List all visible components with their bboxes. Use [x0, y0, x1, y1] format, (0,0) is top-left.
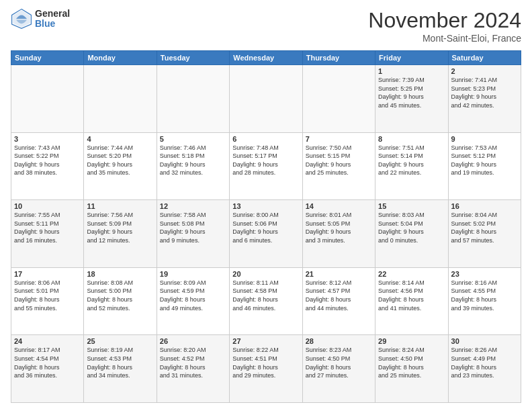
cell-4-4: 20Sunrise: 8:11 AM Sunset: 4:58 PM Dayli… [230, 267, 302, 335]
day-info: Sunrise: 7:56 AM Sunset: 5:09 PM Dayligh… [87, 211, 153, 244]
day-number: 1 [378, 67, 445, 75]
day-number: 28 [306, 337, 372, 345]
cell-3-4: 13Sunrise: 8:00 AM Sunset: 5:06 PM Dayli… [230, 200, 302, 268]
cell-5-6: 29Sunrise: 8:24 AM Sunset: 4:50 PM Dayli… [375, 335, 448, 403]
cell-5-7: 30Sunrise: 8:26 AM Sunset: 4:49 PM Dayli… [448, 335, 521, 403]
week-row-1: 1Sunrise: 7:39 AM Sunset: 5:25 PM Daylig… [11, 65, 521, 133]
header-row: Sunday Monday Tuesday Wednesday Thursday… [11, 51, 521, 65]
cell-5-4: 27Sunrise: 8:22 AM Sunset: 4:51 PM Dayli… [230, 335, 302, 403]
day-number: 26 [160, 337, 226, 345]
day-info: Sunrise: 8:14 AM Sunset: 4:56 PM Dayligh… [378, 279, 445, 312]
cell-1-4 [230, 65, 302, 133]
day-info: Sunrise: 8:16 AM Sunset: 4:55 PM Dayligh… [451, 279, 518, 312]
cell-5-5: 28Sunrise: 8:23 AM Sunset: 4:50 PM Dayli… [302, 335, 375, 403]
cell-1-1 [11, 65, 84, 133]
day-number: 12 [160, 202, 226, 210]
cell-3-1: 10Sunrise: 7:55 AM Sunset: 5:11 PM Dayli… [11, 200, 84, 268]
month-title: November 2024 [368, 8, 521, 33]
header-thursday: Thursday [302, 51, 375, 65]
cell-5-3: 26Sunrise: 8:20 AM Sunset: 4:52 PM Dayli… [157, 335, 229, 403]
day-info: Sunrise: 8:00 AM Sunset: 5:06 PM Dayligh… [232, 211, 299, 244]
header-tuesday: Tuesday [157, 51, 229, 65]
day-info: Sunrise: 8:12 AM Sunset: 4:57 PM Dayligh… [306, 279, 372, 312]
day-info: Sunrise: 8:22 AM Sunset: 4:51 PM Dayligh… [232, 346, 299, 379]
day-number: 24 [14, 337, 81, 345]
day-number: 16 [451, 202, 518, 210]
day-info: Sunrise: 7:50 AM Sunset: 5:15 PM Dayligh… [306, 144, 372, 177]
day-info: Sunrise: 7:41 AM Sunset: 5:23 PM Dayligh… [451, 76, 518, 109]
header-wednesday: Wednesday [230, 51, 302, 65]
cell-4-1: 17Sunrise: 8:06 AM Sunset: 5:01 PM Dayli… [11, 267, 84, 335]
header-sunday: Sunday [11, 51, 84, 65]
header-friday: Friday [375, 51, 448, 65]
day-number: 18 [87, 270, 153, 278]
day-info: Sunrise: 8:06 AM Sunset: 5:01 PM Dayligh… [14, 279, 81, 312]
day-info: Sunrise: 8:01 AM Sunset: 5:05 PM Dayligh… [306, 211, 372, 244]
day-number: 22 [378, 270, 445, 278]
week-row-2: 3Sunrise: 7:43 AM Sunset: 5:22 PM Daylig… [11, 132, 521, 200]
day-info: Sunrise: 8:23 AM Sunset: 4:50 PM Dayligh… [306, 346, 372, 379]
cell-1-5 [302, 65, 375, 133]
cell-1-7: 2Sunrise: 7:41 AM Sunset: 5:23 PM Daylig… [448, 65, 521, 133]
day-number: 4 [87, 135, 153, 143]
cell-2-6: 8Sunrise: 7:51 AM Sunset: 5:14 PM Daylig… [375, 132, 448, 200]
day-number: 21 [306, 270, 372, 278]
day-number: 3 [14, 135, 81, 143]
day-info: Sunrise: 7:43 AM Sunset: 5:22 PM Dayligh… [14, 144, 81, 177]
day-number: 6 [232, 135, 299, 143]
calendar-table: Sunday Monday Tuesday Wednesday Thursday… [11, 50, 521, 403]
cell-1-3 [157, 65, 229, 133]
cell-2-1: 3Sunrise: 7:43 AM Sunset: 5:22 PM Daylig… [11, 132, 84, 200]
day-number: 13 [232, 202, 299, 210]
cell-4-3: 19Sunrise: 8:09 AM Sunset: 4:59 PM Dayli… [157, 267, 229, 335]
day-info: Sunrise: 8:09 AM Sunset: 4:59 PM Dayligh… [160, 279, 226, 312]
day-number: 17 [14, 270, 81, 278]
day-number: 29 [378, 337, 445, 345]
day-number: 11 [87, 202, 153, 210]
cell-3-3: 12Sunrise: 7:58 AM Sunset: 5:08 PM Dayli… [157, 200, 229, 268]
header: General Blue November 2024 Mont-Saint-El… [11, 8, 521, 44]
cell-2-5: 7Sunrise: 7:50 AM Sunset: 5:15 PM Daylig… [302, 132, 375, 200]
day-info: Sunrise: 8:20 AM Sunset: 4:52 PM Dayligh… [160, 346, 226, 379]
day-number: 30 [451, 337, 518, 345]
page: General Blue November 2024 Mont-Saint-El… [0, 0, 532, 411]
cell-1-6: 1Sunrise: 7:39 AM Sunset: 5:25 PM Daylig… [375, 65, 448, 133]
day-info: Sunrise: 8:08 AM Sunset: 5:00 PM Dayligh… [87, 279, 153, 312]
week-row-3: 10Sunrise: 7:55 AM Sunset: 5:11 PM Dayli… [11, 200, 521, 268]
day-info: Sunrise: 8:04 AM Sunset: 5:02 PM Dayligh… [451, 211, 518, 244]
cell-2-3: 5Sunrise: 7:46 AM Sunset: 5:18 PM Daylig… [157, 132, 229, 200]
cell-2-7: 9Sunrise: 7:53 AM Sunset: 5:12 PM Daylig… [448, 132, 521, 200]
title-block: November 2024 Mont-Saint-Eloi, France [368, 8, 521, 44]
cell-1-2 [84, 65, 157, 133]
cell-3-7: 16Sunrise: 8:04 AM Sunset: 5:02 PM Dayli… [448, 200, 521, 268]
logo-icon [11, 8, 32, 30]
day-info: Sunrise: 7:55 AM Sunset: 5:11 PM Dayligh… [14, 211, 81, 244]
day-info: Sunrise: 7:53 AM Sunset: 5:12 PM Dayligh… [451, 144, 518, 177]
cell-3-6: 15Sunrise: 8:03 AM Sunset: 5:04 PM Dayli… [375, 200, 448, 268]
cell-4-5: 21Sunrise: 8:12 AM Sunset: 4:57 PM Dayli… [302, 267, 375, 335]
day-info: Sunrise: 8:03 AM Sunset: 5:04 PM Dayligh… [378, 211, 445, 244]
cell-5-1: 24Sunrise: 8:17 AM Sunset: 4:54 PM Dayli… [11, 335, 84, 403]
location: Mont-Saint-Eloi, France [368, 33, 521, 44]
day-info: Sunrise: 7:58 AM Sunset: 5:08 PM Dayligh… [160, 211, 226, 244]
day-number: 2 [451, 67, 518, 75]
logo-text: General Blue [35, 9, 70, 30]
day-info: Sunrise: 8:26 AM Sunset: 4:49 PM Dayligh… [451, 346, 518, 379]
logo-blue-text: Blue [35, 19, 70, 29]
day-info: Sunrise: 7:48 AM Sunset: 5:17 PM Dayligh… [232, 144, 299, 177]
cell-4-6: 22Sunrise: 8:14 AM Sunset: 4:56 PM Dayli… [375, 267, 448, 335]
week-row-4: 17Sunrise: 8:06 AM Sunset: 5:01 PM Dayli… [11, 267, 521, 335]
day-number: 8 [378, 135, 445, 143]
day-number: 15 [378, 202, 445, 210]
day-info: Sunrise: 8:11 AM Sunset: 4:58 PM Dayligh… [232, 279, 299, 312]
day-info: Sunrise: 8:24 AM Sunset: 4:50 PM Dayligh… [378, 346, 445, 379]
cell-2-4: 6Sunrise: 7:48 AM Sunset: 5:17 PM Daylig… [230, 132, 302, 200]
week-row-5: 24Sunrise: 8:17 AM Sunset: 4:54 PM Dayli… [11, 335, 521, 403]
cell-4-7: 23Sunrise: 8:16 AM Sunset: 4:55 PM Dayli… [448, 267, 521, 335]
cell-4-2: 18Sunrise: 8:08 AM Sunset: 5:00 PM Dayli… [84, 267, 157, 335]
day-info: Sunrise: 8:17 AM Sunset: 4:54 PM Dayligh… [14, 346, 81, 379]
day-info: Sunrise: 7:44 AM Sunset: 5:20 PM Dayligh… [87, 144, 153, 177]
day-number: 14 [306, 202, 372, 210]
header-saturday: Saturday [448, 51, 521, 65]
header-monday: Monday [84, 51, 157, 65]
